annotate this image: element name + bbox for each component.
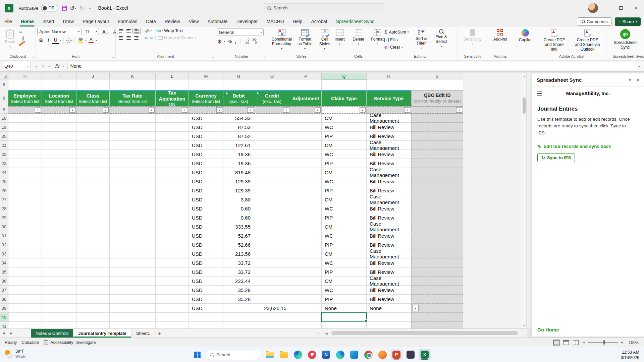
grid-cell[interactable]: [110, 313, 156, 322]
grid-cell[interactable]: [189, 79, 223, 90]
grid-cell[interactable]: [42, 304, 76, 313]
grid-cell[interactable]: Bill Review: [367, 150, 411, 159]
file-explorer-icon[interactable]: [264, 349, 276, 360]
qbo-edit-id-cell[interactable]: [411, 123, 463, 132]
grid-cell[interactable]: [156, 150, 189, 159]
zoom-track[interactable]: [588, 342, 618, 343]
filter-dropdown-icon[interactable]: ▾: [315, 107, 321, 113]
grid-cell[interactable]: [42, 168, 76, 177]
vertical-scrollbar[interactable]: ▲ ▼: [521, 73, 527, 328]
grid-cell[interactable]: [290, 168, 322, 177]
grid-cell[interactable]: [76, 267, 110, 277]
name-box[interactable]: Q40▾: [2, 62, 31, 70]
fill-color-icon[interactable]: [77, 38, 85, 43]
grid-cell[interactable]: [8, 186, 42, 195]
grid-cell[interactable]: USD: [189, 204, 223, 213]
grid-cell[interactable]: PIP: [322, 267, 367, 277]
row-number[interactable]: 39: [0, 304, 8, 313]
validation-dropdown-icon[interactable]: ▾: [412, 305, 419, 311]
grid-cell[interactable]: [76, 195, 110, 204]
sync-to-ies-button[interactable]: ↻Sync to IES: [537, 153, 575, 162]
align-left-icon[interactable]: [117, 35, 125, 41]
grid-cell[interactable]: PIP: [322, 159, 367, 168]
grid-cell[interactable]: [42, 213, 76, 222]
grid-cell[interactable]: USD: [189, 141, 223, 150]
grid-cell[interactable]: [110, 79, 156, 90]
grid-cell[interactable]: [110, 277, 156, 286]
grid-cell[interactable]: [290, 258, 322, 267]
template-header-I[interactable]: LocationSelect from list: [42, 90, 76, 106]
horizontal-scroll-thumb[interactable]: [331, 331, 518, 335]
grid-cell[interactable]: [8, 249, 42, 258]
grid-cell[interactable]: [322, 79, 367, 90]
grid-cell[interactable]: [254, 249, 290, 258]
autosum-button[interactable]: ΣAutoSum▾: [383, 28, 410, 36]
page-break-view-icon[interactable]: [573, 340, 579, 345]
grid-cell[interactable]: [254, 177, 290, 186]
grid-cell[interactable]: [76, 231, 110, 240]
create-pdf-share-link-button[interactable]: ∞Create PDF and Share link: [540, 28, 569, 53]
ribbon-tab-help[interactable]: Help: [288, 16, 307, 27]
grid-cell[interactable]: [290, 123, 322, 132]
grid-cell[interactable]: [254, 114, 290, 123]
grid-cell[interactable]: [76, 159, 110, 168]
row-number[interactable]: 34: [0, 258, 8, 267]
decrease-indent-icon[interactable]: ⇦: [143, 35, 149, 41]
qbo-edit-id-cell[interactable]: [411, 213, 463, 222]
filter-cell-O[interactable]: ▾: [254, 106, 290, 114]
grid-cell[interactable]: 19.36: [223, 150, 254, 159]
grid-cell[interactable]: [290, 186, 322, 195]
ribbon-tab-acrobat[interactable]: Acrobat: [307, 16, 331, 27]
grid-cell[interactable]: Case Management: [367, 114, 411, 123]
conditional-formatting-button[interactable]: Conditional Formatting▾: [269, 28, 294, 52]
grid-cell[interactable]: [156, 322, 189, 328]
edge-icon[interactable]: [292, 349, 304, 360]
grid-cell[interactable]: WC: [322, 258, 367, 267]
grid-cell[interactable]: 35.28: [223, 286, 254, 295]
qbo-edit-id-cell[interactable]: [411, 322, 463, 328]
grid-cell[interactable]: [110, 286, 156, 295]
grid-cell[interactable]: [156, 123, 189, 132]
filter-dropdown-icon[interactable]: ▾: [247, 107, 253, 113]
grid-cell[interactable]: [110, 322, 156, 328]
grid-cell[interactable]: [290, 249, 322, 258]
grid-cell[interactable]: Bill Review: [367, 286, 411, 295]
qbo-edit-id-cell[interactable]: [411, 204, 463, 213]
grid-cell[interactable]: Bill Review: [367, 231, 411, 240]
row-number[interactable]: 38: [0, 295, 8, 304]
percent-style-icon[interactable]: %: [228, 39, 232, 44]
grid-cell[interactable]: [254, 231, 290, 240]
customize-qat-button[interactable]: ▾: [89, 6, 91, 10]
grid-cell[interactable]: WC: [322, 231, 367, 240]
row-number[interactable]: 25: [0, 177, 8, 186]
grid-cell[interactable]: [254, 267, 290, 277]
grid-cell[interactable]: USD: [189, 277, 223, 286]
grid-cell[interactable]: [254, 150, 290, 159]
grid-cell[interactable]: [254, 186, 290, 195]
dialog-launcher-icon[interactable]: ↘: [211, 56, 214, 59]
grid-cell[interactable]: [8, 295, 42, 304]
grid-cell[interactable]: USD: [189, 258, 223, 267]
filter-dropdown-icon[interactable]: ▾: [182, 107, 188, 113]
grid-cell[interactable]: [156, 186, 189, 195]
grid-cell[interactable]: 52.67: [223, 231, 254, 240]
qbo-edit-id-cell[interactable]: [411, 231, 463, 240]
grid-cell[interactable]: [8, 159, 42, 168]
powerpoint-icon[interactable]: P: [390, 349, 402, 360]
grid-cell[interactable]: 554.33: [223, 114, 254, 123]
grid-cell[interactable]: [411, 79, 463, 90]
dialog-launcher-icon[interactable]: ↘: [112, 56, 114, 59]
template-header-K[interactable]: Tax RateSelect from list: [110, 90, 156, 106]
grid-cell[interactable]: 129.39: [223, 186, 254, 195]
ribbon-tab-file[interactable]: File: [0, 16, 16, 27]
collapse-ribbon-icon[interactable]: ▾: [639, 54, 641, 58]
excel-icon[interactable]: X: [419, 349, 431, 360]
font-color-icon[interactable]: A: [87, 37, 95, 44]
column-header-I[interactable]: I: [42, 73, 76, 79]
template-header-H[interactable]: EmployeeSelect from list: [8, 90, 42, 106]
column-header-J[interactable]: J: [76, 73, 110, 79]
grid-cell[interactable]: [76, 258, 110, 267]
dialog-launcher-icon[interactable]: ↘: [264, 56, 267, 59]
underline-button[interactable]: U: [52, 37, 59, 44]
grid-cell[interactable]: [156, 277, 189, 286]
